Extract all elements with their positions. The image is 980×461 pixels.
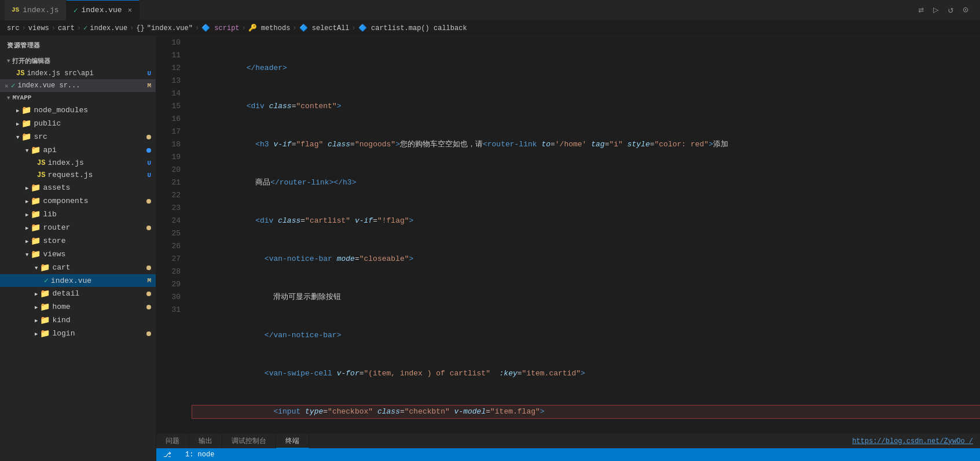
folder-icon: 📁 bbox=[31, 209, 41, 219]
breadcrumb: src › views › cart › ✓ index.vue › {} "i… bbox=[0, 20, 980, 36]
sidebar-item-router[interactable]: 📁 router bbox=[0, 221, 156, 234]
code-line-12: <h3 v-if="flag" class="nogoods">您的购物车空空如… bbox=[192, 138, 980, 151]
panel-tab-issues[interactable]: 问题 bbox=[156, 434, 189, 448]
open-editor-index-js[interactable]: JS index.js src\api U bbox=[0, 68, 156, 79]
bc-cart[interactable]: cart bbox=[58, 24, 75, 32]
sidebar-item-views[interactable]: 📁 views bbox=[0, 248, 156, 261]
folder-name: node_modules bbox=[34, 106, 88, 115]
code-editor[interactable]: 10 11 12 13 14 15 16 17 18 19 20 21 22 2… bbox=[156, 36, 980, 433]
folder-icon: 📁 bbox=[40, 302, 50, 312]
folder-arrow bbox=[16, 106, 19, 115]
sidebar-item-detail[interactable]: 📁 detail bbox=[0, 287, 156, 300]
code-line-16: </van-notice-bar> bbox=[192, 329, 980, 342]
bc-index-vue[interactable]: index.vue bbox=[90, 24, 127, 32]
folder-icon: 📁 bbox=[31, 249, 41, 259]
csdn-url-link[interactable]: https://blog.csdn.net/ZywOo_/ bbox=[845, 434, 980, 448]
tab-index-vue[interactable]: ✓ index.vue ✕ bbox=[67, 0, 140, 20]
bc-indexvue-str[interactable]: "index.vue" bbox=[147, 24, 193, 32]
bc-sep: › bbox=[352, 24, 356, 32]
code-line-14: <van-notice-bar mode="closeable"> bbox=[192, 253, 980, 265]
folder-name: detail bbox=[52, 289, 79, 298]
sidebar-item-public[interactable]: 📁 public bbox=[0, 117, 156, 130]
myapp-section[interactable]: MYAPP bbox=[0, 92, 156, 104]
tab-label: index.js bbox=[23, 6, 58, 14]
folder-arrow bbox=[25, 197, 28, 205]
bottom-panel-tabs: 问题 输出 调试控制台 终端 https://blog.csdn.net/Zyw… bbox=[156, 433, 980, 448]
sidebar-item-node-modules[interactable]: 📁 node_modules bbox=[0, 104, 156, 117]
folder-arrow bbox=[25, 250, 28, 259]
sidebar-item-api[interactable]: 📁 api bbox=[0, 143, 156, 157]
folder-arrow bbox=[25, 146, 28, 154]
run-icon[interactable]: ▷ bbox=[933, 4, 939, 16]
bc-selectall[interactable]: 🔷 selectAll bbox=[299, 24, 350, 32]
tab-index-js[interactable]: JS index.js bbox=[5, 0, 67, 20]
folder-arrow bbox=[35, 329, 38, 338]
sidebar-title: 资源管理器 bbox=[0, 36, 156, 54]
bc-views[interactable]: views bbox=[28, 24, 49, 32]
sidebar-item-kind[interactable]: 📁 kind bbox=[0, 314, 156, 327]
folder-arrow bbox=[35, 316, 38, 324]
folder-name: components bbox=[43, 197, 88, 205]
sidebar-item-login[interactable]: 📁 login bbox=[0, 327, 156, 340]
status-bar: ⎇ 1: node bbox=[156, 448, 980, 461]
sidebar-item-src[interactable]: 📁 src bbox=[0, 130, 156, 143]
title-bar: JS index.js ✓ index.vue ✕ ⇄ ▷ ↺ ⊙ bbox=[0, 0, 980, 20]
node-status[interactable]: 1: node bbox=[181, 449, 219, 460]
sidebar-item-store[interactable]: 📁 store bbox=[0, 234, 156, 248]
folder-icon: 📁 bbox=[21, 105, 31, 115]
sidebar-item-api-index-js[interactable]: JS index.js U bbox=[0, 157, 156, 169]
folder-icon: 📁 bbox=[40, 263, 50, 272]
git-compare-icon[interactable]: ⇄ bbox=[918, 4, 924, 16]
sidebar-item-lib[interactable]: 📁 lib bbox=[0, 208, 156, 221]
panel-tab-output[interactable]: 输出 bbox=[189, 434, 222, 448]
bc-sep: › bbox=[195, 24, 199, 32]
tab-label: index.vue bbox=[81, 6, 122, 14]
sidebar-item-components[interactable]: 📁 components bbox=[0, 194, 156, 208]
modified-dot bbox=[146, 135, 151, 139]
settings-icon[interactable]: ⊙ bbox=[963, 4, 968, 16]
sidebar-item-home[interactable]: 📁 home bbox=[0, 300, 156, 314]
folder-arrow bbox=[35, 263, 38, 272]
close-tab-button[interactable]: ✕ bbox=[128, 6, 132, 14]
folder-name: api bbox=[43, 146, 56, 154]
folder-name: public bbox=[34, 119, 61, 128]
close-icon-small[interactable]: ✕ bbox=[5, 82, 9, 90]
js-file-icon: JS bbox=[37, 171, 45, 179]
file-badge: U bbox=[147, 172, 151, 179]
file-badge-m: M bbox=[147, 82, 151, 89]
panel-tab-debug-console[interactable]: 调试控制台 bbox=[222, 434, 276, 448]
file-badge-m: M bbox=[147, 277, 151, 284]
code-line-11: <div class="content"> bbox=[192, 100, 980, 113]
refresh-icon[interactable]: ↺ bbox=[948, 4, 954, 16]
folder-arrow bbox=[25, 223, 28, 232]
modified-dot bbox=[146, 305, 151, 309]
open-editors-section[interactable]: 打开的编辑器 bbox=[0, 54, 156, 68]
bc-sep: › bbox=[52, 24, 56, 32]
bc-script[interactable]: 🔷 script bbox=[201, 24, 239, 32]
code-line-18: <input type="checkbox" class="checkbtn" … bbox=[192, 405, 980, 418]
bc-src[interactable]: src bbox=[7, 24, 20, 32]
bc-sep: › bbox=[22, 24, 26, 32]
bc-callback[interactable]: 🔷 cartlist.map() callback bbox=[358, 24, 467, 32]
bc-sep: › bbox=[130, 24, 134, 32]
folder-icon: 📁 bbox=[40, 289, 50, 298]
sidebar: 资源管理器 打开的编辑器 JS index.js src\api U ✕ ✓ i… bbox=[0, 36, 156, 461]
folder-icon: 📁 bbox=[21, 132, 31, 142]
sidebar-item-cart[interactable]: 📁 cart bbox=[0, 261, 156, 274]
sidebar-item-cart-index-vue[interactable]: ✓ index.vue M bbox=[0, 274, 156, 287]
modified-dot bbox=[146, 265, 151, 270]
sidebar-item-request-js[interactable]: JS request.js U bbox=[0, 169, 156, 181]
myapp-arrow bbox=[7, 95, 10, 101]
modified-dot bbox=[146, 148, 151, 153]
folder-name: views bbox=[43, 250, 65, 259]
folder-arrow bbox=[35, 303, 38, 311]
sidebar-item-assets[interactable]: 📁 assets bbox=[0, 181, 156, 194]
folder-icon: 📁 bbox=[31, 183, 41, 193]
bc-methods[interactable]: 🔑 methods bbox=[248, 24, 291, 32]
folder-arrow bbox=[25, 210, 28, 219]
open-editor-index-vue[interactable]: ✕ ✓ index.vue sr... M bbox=[0, 79, 156, 92]
panel-tab-terminal[interactable]: 终端 bbox=[276, 434, 309, 448]
folder-name: src bbox=[34, 132, 47, 141]
js-icon: JS bbox=[12, 6, 19, 13]
folder-icon: 📁 bbox=[31, 145, 41, 155]
